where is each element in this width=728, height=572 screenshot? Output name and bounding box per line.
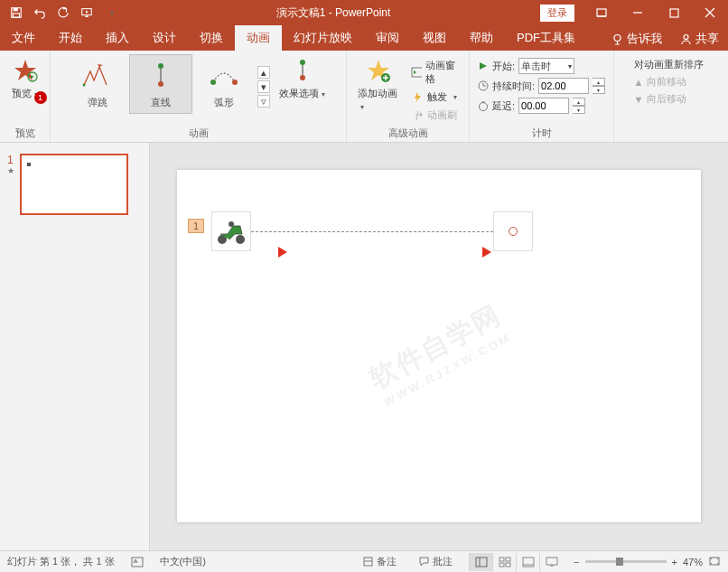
start-value: 单击时	[521, 60, 551, 73]
zoom-slider[interactable]	[585, 560, 667, 563]
undo-button[interactable]	[29, 2, 51, 23]
redo-button[interactable]	[52, 2, 74, 23]
tab-insert[interactable]: 插入	[94, 25, 141, 51]
slide-count-status[interactable]: 幻灯片 第 1 张， 共 1 张	[7, 555, 115, 568]
motion-end-handle[interactable]	[493, 211, 533, 251]
add-animation-button[interactable]: 添加动画	[352, 54, 406, 113]
animation-bounce[interactable]: 弹跳	[66, 54, 129, 114]
gallery-up-button[interactable]: ▴	[257, 66, 270, 79]
spellcheck-icon	[131, 556, 144, 568]
group-advanced-label: 高级动画	[388, 127, 428, 140]
preview-star-icon	[11, 56, 40, 85]
effect-options-button[interactable]: 效果选项	[274, 54, 331, 102]
comments-label: 批注	[433, 555, 453, 568]
gallery-more-button[interactable]: ▿	[257, 95, 270, 108]
share-button[interactable]: 共享	[671, 27, 728, 51]
duration-down-button[interactable]: ▾	[593, 86, 605, 94]
move-earlier-button[interactable]: ▲向前移动	[634, 75, 704, 89]
add-animation-label: 添加动画	[358, 87, 400, 111]
tab-help[interactable]: 帮助	[458, 25, 505, 51]
svg-rect-22	[412, 68, 423, 77]
slide[interactable]: 1 软件自学网 WWW.RJZXW.COM	[177, 170, 701, 522]
watermark-text: 软件自学网	[365, 299, 507, 393]
animation-arc[interactable]: 弧形	[192, 54, 256, 114]
normal-view-button[interactable]	[469, 553, 492, 571]
duration-input[interactable]	[538, 78, 589, 94]
notes-label: 备注	[377, 555, 397, 568]
delay-up-button[interactable]: ▴	[573, 98, 585, 106]
preview-button[interactable]: 预览	[5, 54, 45, 102]
painter-icon	[411, 109, 424, 122]
svg-point-9	[614, 34, 621, 41]
bounce-icon	[76, 60, 119, 92]
tab-review[interactable]: 审阅	[364, 25, 411, 51]
animation-pane-button[interactable]: 动画窗格	[409, 58, 463, 87]
delay-input[interactable]	[518, 98, 569, 114]
reading-view-button[interactable]	[516, 553, 539, 571]
language-status[interactable]: 中文(中国)	[160, 555, 206, 568]
svg-rect-33	[499, 558, 504, 561]
tab-file[interactable]: 文件	[0, 25, 47, 51]
trigger-label: 触发	[427, 90, 447, 104]
tab-pdf-tools[interactable]: PDF工具集	[505, 25, 587, 51]
ribbon-options-button[interactable]	[583, 0, 620, 25]
effect-options-label: 效果选项	[279, 87, 325, 100]
slideshow-view-button[interactable]	[539, 553, 563, 571]
trigger-button[interactable]: 触发	[409, 89, 463, 105]
tab-animations[interactable]: 动画	[235, 25, 282, 51]
tab-home[interactable]: 开始	[47, 25, 94, 51]
comments-button[interactable]: 批注	[413, 553, 458, 570]
delay-label: 延迟:	[492, 99, 515, 113]
ribbon: 预览 预览 弹跳 直线 弧形 ▴	[0, 51, 728, 143]
animation-line[interactable]: 直线	[129, 54, 192, 114]
start-from-beginning-button[interactable]	[76, 2, 98, 23]
status-bar: 幻灯片 第 1 张， 共 1 张 中文(中国) 备注 批注 − + 47%	[0, 550, 728, 572]
line-icon	[139, 60, 182, 92]
tab-transitions[interactable]: 切换	[188, 25, 235, 51]
add-animation-icon	[364, 56, 393, 85]
animation-gallery: 弹跳 直线 弧形 ▴ ▾ ▿	[66, 54, 270, 119]
svg-point-24	[479, 103, 487, 111]
start-combo[interactable]: 单击时▾	[518, 58, 574, 74]
slide-thumbnails-pane[interactable]: 1 ★	[0, 143, 150, 550]
comments-icon	[418, 556, 430, 567]
group-preview-label: 预览	[15, 127, 35, 140]
quick-access-toolbar	[0, 2, 126, 23]
animation-pane-label: 动画窗格	[425, 59, 462, 86]
gallery-down-button[interactable]: ▾	[257, 80, 270, 93]
zoom-out-button[interactable]: −	[574, 557, 579, 567]
save-button[interactable]	[5, 2, 27, 23]
slide-thumbnail-1[interactable]	[20, 154, 128, 215]
zoom-in-button[interactable]: +	[672, 557, 677, 567]
duration-up-button[interactable]: ▴	[593, 78, 605, 86]
tab-slideshow[interactable]: 幻灯片放映	[282, 25, 364, 51]
group-reorder-label	[667, 129, 669, 140]
login-button[interactable]: 登录	[540, 5, 574, 22]
animation-order-tag[interactable]: 1	[188, 219, 204, 233]
spellcheck-status[interactable]	[126, 554, 149, 570]
svg-point-26	[236, 235, 245, 244]
sorter-view-button[interactable]	[492, 553, 516, 571]
motion-start-object[interactable]	[211, 211, 251, 251]
move-later-button[interactable]: ▼向后移动	[634, 92, 704, 106]
zoom-percent[interactable]: 47%	[683, 557, 703, 567]
fit-to-window-button[interactable]	[708, 556, 721, 568]
svg-rect-36	[506, 563, 510, 567]
svg-rect-4	[597, 9, 606, 16]
tab-design[interactable]: 设计	[141, 25, 188, 51]
motion-path-line[interactable]	[251, 231, 493, 232]
delay-down-button[interactable]: ▾	[573, 106, 585, 114]
tell-me-button[interactable]: 告诉我	[602, 27, 671, 51]
minimize-button[interactable]	[620, 0, 656, 25]
qat-customize-button[interactable]	[99, 2, 121, 23]
painter-label: 动画刷	[427, 108, 457, 122]
svg-point-18	[300, 60, 305, 65]
svg-point-12	[83, 83, 86, 86]
tab-view[interactable]: 视图	[411, 25, 458, 51]
watermark: 软件自学网 WWW.RJZXW.COM	[363, 297, 515, 410]
close-button[interactable]	[692, 0, 728, 25]
maximize-button[interactable]	[656, 0, 692, 25]
slide-canvas[interactable]: 1 软件自学网 WWW.RJZXW.COM	[150, 143, 728, 550]
animation-painter-button[interactable]: 动画刷	[409, 108, 463, 123]
notes-button[interactable]: 备注	[357, 553, 402, 570]
